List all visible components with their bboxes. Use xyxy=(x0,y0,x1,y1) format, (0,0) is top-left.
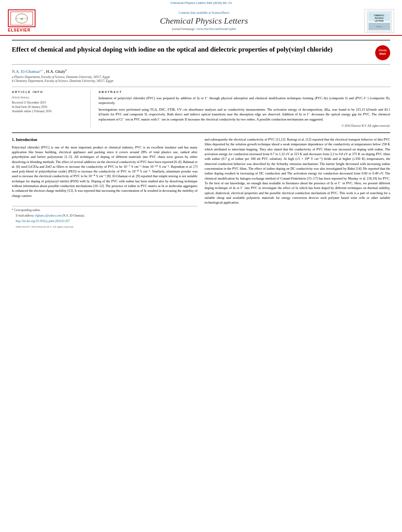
elsevier-logo-box: 🌿 xyxy=(8,9,35,27)
svg-text:PHYSICS: PHYSICS xyxy=(375,17,384,19)
doi-link[interactable]: http://dx.doi.org/10.1016/j.cplett.2016.… xyxy=(16,219,70,223)
article-title: Effect of chemical and physical doping w… xyxy=(12,45,375,54)
footnote-email: E-mail address: elgham.z@yahoo.com (N.A.… xyxy=(12,214,197,218)
journal-header: 🌿 ELSEVIER Contents lists available at S… xyxy=(0,6,402,36)
available-date: Available online 2 February 2016 xyxy=(12,109,84,113)
article-meta-row: ARTICLE INFO Article history: Received 1… xyxy=(12,87,390,128)
svg-text:Elsevier: Elsevier xyxy=(376,26,382,28)
article-title-section: Effect of chemical and physical doping w… xyxy=(12,40,390,65)
article-dates: Received 11 December 2015 In final form … xyxy=(12,100,84,114)
author1-link[interactable]: N.A. El-Ghamaza,* xyxy=(12,69,44,74)
body-columns: 1. Introduction Poly(vinyl chloride) (PV… xyxy=(12,137,390,230)
journal-issue-ref: Chemical Physics Letters 648 (2016) 66–7… xyxy=(0,0,402,6)
copyright-bottom: 0009-2614/© 2016 Elsevier B.V. All right… xyxy=(12,225,197,229)
authors: N.A. El-Ghamaza,* , H.A. Ghalyb xyxy=(12,69,390,74)
right-column: and subsequently the electrical conducti… xyxy=(205,137,390,230)
affiliation-b: b Chemistry Department, Faculty of Scien… xyxy=(12,79,390,83)
journal-title-header: Chemical Physics Letters xyxy=(43,16,365,26)
header-center: Contents lists available at ScienceDirec… xyxy=(43,11,365,31)
intro-left-p1: Poly(vinyl chloride) (PVC) is one of the… xyxy=(12,145,197,198)
body-divider xyxy=(12,132,390,133)
journal-issue-ref-text: Chemical Physics Letters 648 (2016) 66–7… xyxy=(170,1,231,5)
doi-line: http://dx.doi.org/10.1016/j.cplett.2016.… xyxy=(12,219,197,224)
svg-text:Cross: Cross xyxy=(379,49,387,52)
received-date: Received 11 December 2015 xyxy=(12,100,84,105)
abstract-text: Iodination of poly(vinyl chloride) (PVC)… xyxy=(99,96,390,122)
footnote-corresponding: * Corresponding author. xyxy=(12,208,197,213)
abstract-para1: Iodination of poly(vinyl chloride) (PVC)… xyxy=(99,96,390,106)
abstract-title: ABSTRACT xyxy=(99,90,390,94)
journal-logo-box: CHEMICAL PHYSICS LETTERS Elsevier xyxy=(365,9,394,33)
homepage-link[interactable]: www.elsevier.com/locate/cplett xyxy=(196,27,236,31)
intro-right-p1: and subsequently the electrical conducti… xyxy=(205,137,390,205)
elsevier-label: ELSEVIER xyxy=(8,28,30,32)
svg-text:Mark: Mark xyxy=(380,52,386,55)
article-info-column: ARTICLE INFO Article history: Received 1… xyxy=(12,90,91,128)
svg-text:LETTERS: LETTERS xyxy=(375,20,384,22)
crossmark: Cross Mark xyxy=(375,45,390,60)
abstract-para2: Investigations were performed using TGA,… xyxy=(99,107,390,122)
affiliations: a Physics Department, Faculty of Science… xyxy=(12,75,390,83)
email-link[interactable]: elgham.z@yahoo.com xyxy=(35,214,61,217)
contents-available: Contents lists available at ScienceDirec… xyxy=(43,11,365,15)
sciencedirect-link[interactable]: ScienceDirect xyxy=(212,11,229,15)
section1-title: 1. Introduction xyxy=(12,137,197,143)
article-info-title: ARTICLE INFO xyxy=(12,90,84,94)
affiliation-a: a Physics Department, Faculty of Science… xyxy=(12,75,390,79)
left-column: 1. Introduction Poly(vinyl chloride) (PV… xyxy=(12,137,197,230)
elsevier-logo: 🌿 ELSEVIER xyxy=(8,9,43,32)
journal-homepage: journal homepage: www.elsevier.com/locat… xyxy=(43,27,365,31)
article-history-label: Article history: xyxy=(12,96,84,99)
crossmark-icon: Cross Mark xyxy=(375,45,390,60)
svg-text:🌿: 🌿 xyxy=(20,18,23,20)
final-form-date: In final form 20 January 2016 xyxy=(12,105,84,109)
svg-text:CHEMICAL: CHEMICAL xyxy=(374,14,384,17)
abstract-column: ABSTRACT Iodination of poly(vinyl chlori… xyxy=(99,90,390,128)
footnotes: * Corresponding author. E-mail address: … xyxy=(12,206,197,229)
abstract-copyright: © 2016 Elsevier B.V. All rights reserved… xyxy=(99,124,390,128)
article-content: Effect of chemical and physical doping w… xyxy=(0,36,402,236)
